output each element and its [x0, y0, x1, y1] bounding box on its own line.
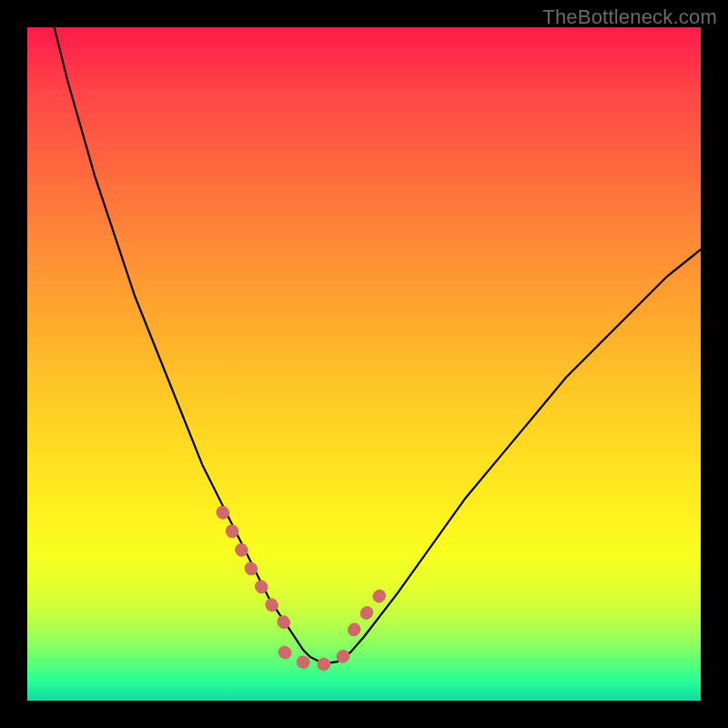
bottleneck-curve	[55, 27, 701, 663]
marker-left	[223, 512, 285, 623]
bottleneck-chart-svg	[27, 27, 701, 701]
marker-right	[354, 590, 384, 630]
plot-area	[27, 27, 701, 701]
watermark-text: TheBottleneck.com	[542, 5, 717, 29]
